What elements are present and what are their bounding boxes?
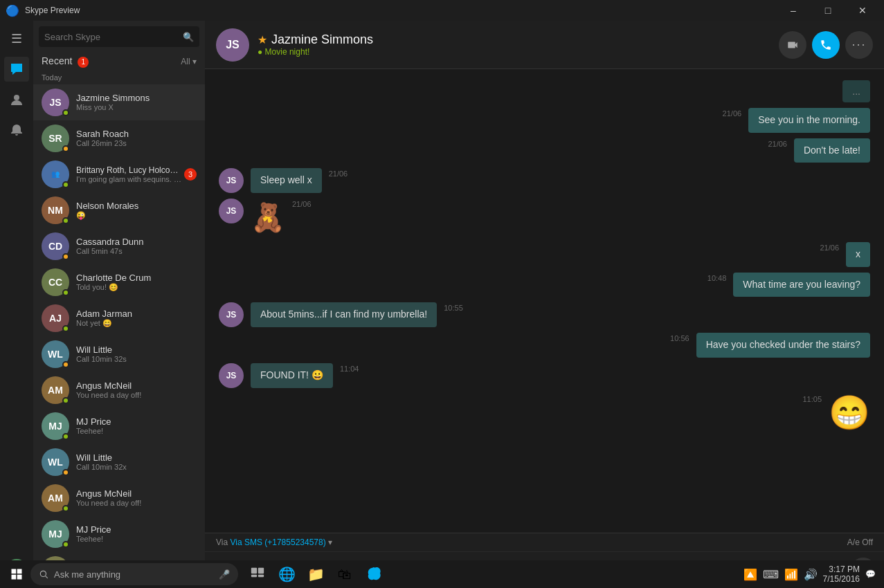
recent-badge: 1 xyxy=(78,57,89,68)
svg-rect-1 xyxy=(12,569,17,574)
message-time: 10:55 xyxy=(444,304,463,312)
svg-rect-9 xyxy=(251,575,257,577)
contact-list: JS Jazmine Simmons Miss you X SR Sarah R… xyxy=(33,84,205,561)
message-time: 11:04 xyxy=(340,365,359,373)
message-bubble: About 5mins...if I can find my umbrella! xyxy=(251,302,437,327)
list-item[interactable]: NM Nelson Morales 😜 xyxy=(33,192,205,228)
search-input[interactable] xyxy=(44,32,183,42)
list-item[interactable]: WL Will Little Call 10min 32x xyxy=(33,444,205,480)
app-title: Skype Preview xyxy=(25,6,80,15)
message-row: JS Sleep well x 21/06 xyxy=(219,168,870,193)
svg-rect-7 xyxy=(251,568,257,573)
message-emoji: 😁 xyxy=(829,394,870,432)
microphone-icon[interactable]: 🎤 xyxy=(219,569,230,580)
sms-off-label: A/e Off xyxy=(847,538,873,547)
recent-header: Recent 1 All ▾ xyxy=(33,53,205,71)
store-icon[interactable]: 🛍 xyxy=(331,560,359,588)
message-row: Don't be late! 21/06 xyxy=(219,138,870,163)
messages-area: ... See you in the morning. 21/06 Don't … xyxy=(205,69,884,533)
message-bubble: FOUND IT! 😀 xyxy=(251,363,333,388)
message-bubble: x xyxy=(846,242,870,267)
action-center-icon[interactable]: 💬 xyxy=(865,569,876,579)
sms-number-link[interactable]: Via SMS (+17855234578) xyxy=(230,538,325,547)
contact-panel: 🔍 Recent 1 All ▾ Today JS Jazmine Simmon… xyxy=(33,21,205,588)
svg-point-0 xyxy=(14,95,19,100)
chat-nav-icon[interactable] xyxy=(4,57,29,82)
message-time: 21/06 xyxy=(820,244,839,252)
taskbar-search[interactable]: Ask me anything 🎤 xyxy=(30,563,238,585)
list-item[interactable]: AM Angus McNeil You need a day off! xyxy=(33,372,205,408)
chat-header: JS ★ Jazmine Simmons ● Movie night! xyxy=(205,21,884,69)
keyboard-icon[interactable]: ⌨ xyxy=(763,568,779,581)
video-call-button[interactable] xyxy=(779,31,806,59)
message-time: 11:05 xyxy=(802,395,822,403)
message-bubble: What time are you leaving? xyxy=(733,273,870,297)
svg-line-6 xyxy=(45,576,48,578)
list-item[interactable]: SR Sarah Roach Call 26min 23s xyxy=(33,120,205,156)
all-filter-button[interactable]: All ▾ xyxy=(181,57,197,66)
list-item[interactable]: WL Will Little Call 10min 32s xyxy=(33,336,205,372)
search-bar: 🔍 xyxy=(33,21,205,53)
notifications-nav-icon[interactable] xyxy=(4,118,29,143)
list-item[interactable]: 👥 Brittany Roth, Lucy Holcomb, S... I'm … xyxy=(33,156,205,192)
taskbar-right: 🔼 ⌨ 📶 🔊 3:17 PM 7/15/2016 💬 xyxy=(743,564,881,584)
unread-badge: 3 xyxy=(184,168,197,181)
notification-center-icon[interactable]: 🔼 xyxy=(743,568,757,581)
chat-contact-status: ● Movie night! xyxy=(258,47,779,57)
maximize-button[interactable]: □ xyxy=(812,0,844,21)
favorite-star-icon: ★ xyxy=(258,33,267,46)
list-item[interactable]: CC Charlotte De Crum Told you! 😊 xyxy=(33,264,205,300)
edge-icon[interactable]: 🌐 xyxy=(273,560,300,588)
skype-icon[interactable] xyxy=(360,560,388,588)
message-time: 21/06 xyxy=(768,140,787,148)
svg-rect-10 xyxy=(258,575,264,577)
list-item[interactable]: MJ MJ Price Teehee! xyxy=(33,516,205,552)
svg-rect-4 xyxy=(17,575,22,580)
message-row: Have you checked under the stairs? 10:56 xyxy=(219,333,870,358)
list-item[interactable]: JS Jazmine Simmons Miss you X xyxy=(33,84,205,120)
volume-icon[interactable]: 🔊 xyxy=(804,568,818,581)
minimize-button[interactable]: – xyxy=(777,0,809,21)
title-bar: 🔵 Skype Preview – □ ✕ xyxy=(0,0,884,21)
message-time: 10:48 xyxy=(707,274,727,282)
list-item[interactable]: MJ MJ Price Teehee! xyxy=(33,408,205,444)
list-item[interactable]: AJ Adam Jarman Not yet 😄 xyxy=(33,300,205,336)
file-explorer-icon[interactable]: 📁 xyxy=(302,560,330,588)
message-emoji: 🧸 xyxy=(251,199,285,237)
today-label: Today xyxy=(33,71,205,84)
start-button[interactable] xyxy=(3,560,30,588)
network-icon[interactable]: 📶 xyxy=(784,568,798,581)
chat-contact-name: Jazmine Simmons xyxy=(271,33,373,47)
list-item[interactable]: AM Angus McNeil You need a day off! xyxy=(33,480,205,516)
taskbar: Ask me anything 🎤 🌐 📁 🛍 🔼 ⌨ 📶 🔊 3:17 PM … xyxy=(0,560,884,588)
contacts-nav-icon[interactable] xyxy=(4,87,29,112)
list-item[interactable]: LF Lee Felts Call 26min 16s xyxy=(33,552,205,561)
message-row: JS 🧸 21/06 xyxy=(219,199,870,237)
chat-panel: JS ★ Jazmine Simmons ● Movie night! xyxy=(205,21,884,588)
task-view-button[interactable] xyxy=(244,560,271,588)
more-chat-options-button[interactable]: ··· xyxy=(845,31,873,59)
sidebar-nav: ☰ U xyxy=(0,21,33,588)
sms-via-label: Via Via SMS (+17855234578) ▾ xyxy=(216,538,332,547)
message-row: x 21/06 xyxy=(219,242,870,267)
clock[interactable]: 3:17 PM 7/15/2016 xyxy=(823,564,860,584)
message-bubble: Have you checked under the stairs? xyxy=(696,333,870,358)
list-item[interactable]: CD Cassandra Dunn Call 5min 47s xyxy=(33,228,205,264)
close-button[interactable]: ✕ xyxy=(847,0,878,21)
message-bubble: Don't be late! xyxy=(794,138,870,163)
message-row: What time are you leaving? 10:48 xyxy=(219,273,870,297)
call-button[interactable] xyxy=(812,31,840,59)
hamburger-menu-icon[interactable]: ☰ xyxy=(4,26,29,51)
message-bubble: See you in the morning. xyxy=(748,108,870,133)
message-row: See you in the morning. 21/06 xyxy=(219,108,870,133)
svg-rect-3 xyxy=(12,575,17,580)
message-row: JS About 5mins...if I can find my umbrel… xyxy=(219,302,870,327)
message-time: 10:56 xyxy=(670,334,689,342)
recent-label: Recent xyxy=(42,55,72,66)
message-bubble: Sleep well x xyxy=(251,168,322,193)
app-icon: 🔵 xyxy=(6,4,19,17)
message-time: 21/06 xyxy=(329,169,348,178)
svg-rect-8 xyxy=(258,568,264,573)
search-icon: 🔍 xyxy=(183,32,194,42)
svg-rect-2 xyxy=(17,569,22,574)
